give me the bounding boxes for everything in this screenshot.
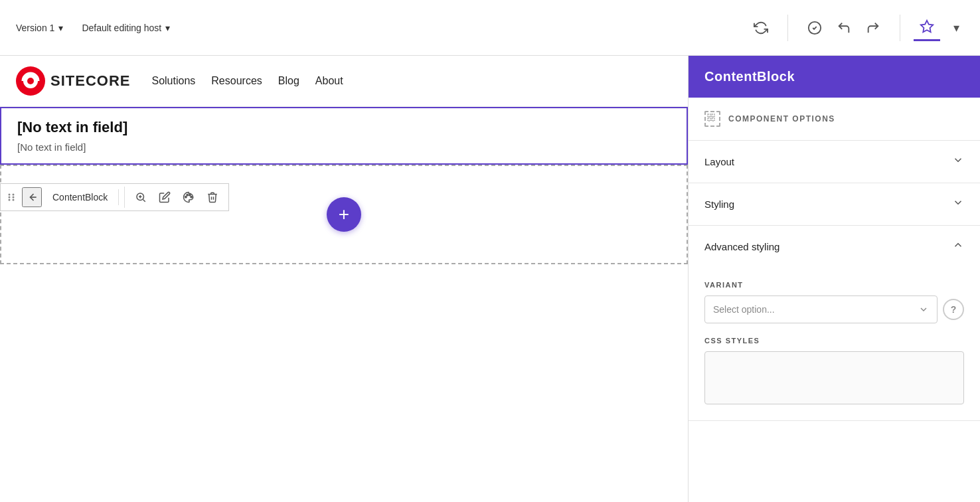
sitecore-logo-icon: [16, 66, 45, 96]
toolbar-icons-2: [801, 15, 886, 41]
component-options-label: COMPONENT OPTIONS: [728, 114, 835, 124]
svg-point-10: [13, 199, 15, 201]
help-button[interactable]: ?: [943, 299, 964, 320]
svg-point-7: [9, 199, 11, 201]
svg-point-9: [13, 197, 15, 199]
layout-chevron-icon: [952, 154, 964, 169]
variant-row: Select option... ?: [704, 295, 964, 323]
advanced-styling-content: VARIANT Select option... ? CSS STYLES: [689, 268, 980, 420]
component-name: ContentBlock: [47, 192, 113, 203]
preview-button[interactable]: [914, 15, 940, 41]
svg-line-13: [143, 199, 145, 201]
add-component-button[interactable]: +: [327, 197, 361, 232]
advanced-styling-label: Advanced styling: [704, 241, 779, 252]
svg-rect-20: [708, 114, 710, 117]
variant-field-label: VARIANT: [704, 281, 964, 289]
content-block: [No text in field] [No text in field]: [0, 107, 688, 165]
top-toolbar: Version 1 ▾ Default editing host ▾: [0, 0, 980, 56]
site-nav: SITECORE Solutions Resources Blog About: [0, 56, 688, 107]
site-logo: SITECORE: [16, 66, 130, 96]
version-chevron-icon: ▾: [58, 23, 63, 33]
drag-handle-icon[interactable]: [6, 192, 17, 203]
css-styles-input[interactable]: [704, 351, 964, 404]
styling-label: Styling: [704, 199, 734, 210]
nav-link-resources[interactable]: Resources: [211, 75, 262, 87]
advanced-styling-section-header[interactable]: Advanced styling: [689, 226, 980, 268]
edit-button[interactable]: [154, 187, 175, 208]
toolbar-icons: [748, 15, 774, 41]
variant-select[interactable]: Select option...: [704, 295, 938, 323]
component-toolbar: ContentBlock: [0, 183, 229, 211]
advanced-styling-section: Advanced styling VARIANT Select option..…: [689, 226, 980, 421]
toolbar-sep-1: [787, 15, 788, 41]
svg-marker-1: [921, 21, 933, 32]
comp-actions: [124, 187, 223, 208]
styling-section-header[interactable]: Styling: [689, 183, 980, 225]
nav-link-blog[interactable]: Blog: [278, 75, 299, 87]
editing-host-chevron-icon: ▾: [165, 23, 170, 33]
panel-title: ContentBlock: [704, 69, 795, 84]
logo-text: SITECORE: [50, 72, 130, 90]
styling-section: Styling: [689, 183, 980, 226]
drop-zone: +: [0, 165, 688, 264]
delete-button[interactable]: [202, 187, 223, 208]
nav-link-about[interactable]: About: [315, 75, 343, 87]
svg-point-8: [13, 194, 15, 196]
toolbar-sep-2: [900, 15, 900, 41]
svg-rect-23: [712, 118, 714, 121]
check-button[interactable]: [801, 15, 828, 41]
version-dropdown[interactable]: Version 1 ▾: [11, 20, 68, 36]
search-content-button[interactable]: [130, 187, 151, 208]
editing-host-dropdown[interactable]: Default editing host ▾: [76, 20, 175, 36]
style-button[interactable]: [178, 187, 199, 208]
undo-button[interactable]: [831, 15, 857, 41]
refresh-button[interactable]: [748, 15, 774, 41]
svg-point-6: [9, 197, 11, 199]
back-button[interactable]: [22, 187, 42, 207]
svg-rect-22: [708, 118, 710, 121]
canvas: SITECORE Solutions Resources Blog About: [0, 56, 688, 502]
advanced-styling-chevron-icon: [952, 239, 964, 254]
svg-point-4: [27, 78, 34, 84]
help-icon: ?: [951, 304, 957, 315]
svg-point-5: [9, 194, 11, 196]
add-icon: +: [339, 204, 349, 225]
svg-rect-21: [712, 114, 714, 117]
toolbar-icons-3: ▾: [914, 15, 969, 41]
more-options-button[interactable]: ▾: [943, 15, 969, 41]
comp-divider: [118, 189, 119, 205]
svg-point-17: [187, 195, 188, 196]
layout-section-header[interactable]: Layout: [689, 141, 980, 183]
right-panel: ContentBlock COMPONENT OPTIONS Layout: [688, 56, 980, 502]
component-options-section: COMPONENT OPTIONS: [689, 98, 980, 141]
more-chevron-icon: ▾: [953, 21, 959, 35]
layout-label: Layout: [704, 156, 734, 167]
layout-section: Layout: [689, 141, 980, 183]
styling-chevron-icon: [952, 197, 964, 212]
panel-header: ContentBlock: [689, 56, 980, 98]
svg-point-19: [191, 197, 192, 198]
version-label: Version 1: [16, 23, 54, 33]
variant-placeholder: Select option...: [713, 304, 775, 315]
content-block-subtitle: [No text in field]: [17, 141, 671, 153]
nav-link-solutions[interactable]: Solutions: [151, 75, 195, 87]
css-styles-field-label: CSS STYLES: [704, 337, 964, 345]
editing-host-label: Default editing host: [82, 23, 161, 33]
svg-point-18: [189, 195, 191, 196]
site-nav-links: Solutions Resources Blog About: [151, 75, 343, 87]
redo-button[interactable]: [860, 15, 886, 41]
component-options-icon: [704, 111, 720, 127]
content-block-title: [No text in field]: [17, 119, 671, 136]
svg-point-16: [185, 197, 187, 198]
main-area: SITECORE Solutions Resources Blog About: [0, 56, 980, 502]
